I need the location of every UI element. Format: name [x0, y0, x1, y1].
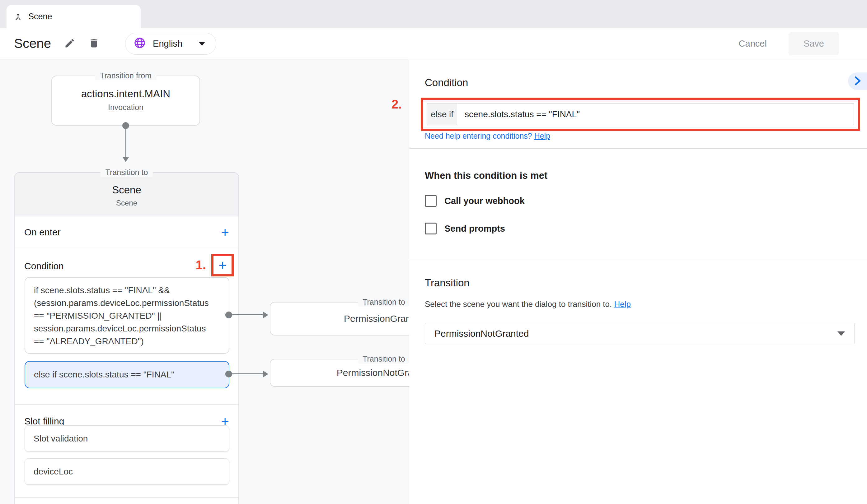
- transition-scene-select[interactable]: PermissionNotGranted: [425, 323, 855, 344]
- condition-label: Condition: [24, 261, 64, 272]
- scene-merge-icon: [13, 12, 23, 21]
- send-prompts-checkbox-row: Send prompts: [425, 223, 505, 234]
- send-prompts-label: Send prompts: [445, 223, 505, 234]
- condition-help-line: Need help entering conditions? Help: [425, 132, 550, 141]
- condition-detail-panel: Condition else if Need help entering con…: [409, 59, 867, 504]
- language-label: English: [153, 39, 182, 49]
- tab-bar: Scene: [0, 0, 867, 28]
- scene-node-header[interactable]: Scene Scene: [15, 173, 238, 216]
- on-enter-label: On enter: [24, 227, 61, 238]
- panel-divider: [409, 148, 867, 149]
- annotation-box-condition-editor: else if: [421, 98, 860, 131]
- transition-from-legend: Transition from: [95, 71, 157, 80]
- collapse-panel-button[interactable]: [848, 73, 867, 90]
- help-text: Need help entering conditions?: [425, 132, 532, 140]
- chevron-right-icon: [854, 76, 862, 86]
- globe-icon: [133, 37, 146, 51]
- language-selector[interactable]: English: [125, 33, 216, 55]
- target-node-permission-granted[interactable]: Transition to PermissionGranted: [270, 302, 409, 336]
- slot-card-validation[interactable]: Slot validation: [24, 425, 229, 452]
- slot-filling-label: Slot filling: [24, 416, 64, 427]
- dropdown-caret-icon: [837, 331, 845, 336]
- when-condition-met-heading: When this condition is met: [425, 170, 547, 181]
- invocation-intent-name: actions.intent.MAIN: [52, 88, 200, 100]
- connector-dot: [122, 122, 129, 129]
- condition-card-else-if-selected[interactable]: else if scene.slots.status == "FINAL": [24, 361, 229, 388]
- scene-node-subtitle: Scene: [15, 199, 238, 207]
- invocation-subtitle: Invocation: [52, 103, 200, 112]
- trash-icon: [88, 37, 99, 50]
- annotation-step-2: 2.: [392, 97, 402, 111]
- connector-dot: [225, 311, 232, 318]
- connector-dot: [225, 371, 232, 377]
- add-condition-button[interactable]: +: [218, 259, 226, 272]
- on-enter-section: On enter +: [15, 216, 238, 248]
- invocation-node[interactable]: Transition from actions.intent.MAIN Invo…: [51, 76, 200, 125]
- transition-description-text: Select the scene you want the dialog to …: [425, 299, 612, 309]
- save-button[interactable]: Save: [789, 32, 839, 55]
- scene-node: Transition to Scene Scene On enter + Con…: [14, 172, 239, 504]
- transition-to-legend: Transition to: [357, 297, 409, 307]
- page-title: Scene: [14, 36, 51, 51]
- plus-icon: +: [218, 258, 226, 273]
- pencil-icon: [64, 37, 75, 50]
- target-scene-name: PermissionGranted: [270, 303, 409, 335]
- delete-scene-button[interactable]: [88, 37, 99, 50]
- call-webhook-checkbox[interactable]: [425, 195, 437, 207]
- transition-to-legend: Transition to: [100, 168, 153, 177]
- tab-scene[interactable]: Scene: [7, 5, 141, 28]
- transition-description: Select the scene you want the dialog to …: [425, 299, 631, 309]
- header: Scene English Cancel Save: [0, 28, 867, 59]
- scene-flow-canvas: Transition from actions.intent.MAIN Invo…: [0, 59, 409, 504]
- arrow-right-icon: [263, 371, 268, 377]
- actions-console-app: Scene Scene English Cancel: [0, 0, 867, 504]
- transition-heading: Transition: [425, 277, 470, 289]
- tab-label: Scene: [28, 12, 52, 21]
- condition-keyword-cell: else if: [427, 103, 457, 125]
- arrow-right-icon: [263, 311, 268, 318]
- annotation-box-add-condition: +: [211, 254, 234, 276]
- cancel-button[interactable]: Cancel: [729, 33, 776, 54]
- condition-card-if[interactable]: if scene.slots.status == "FINAL" && (ses…: [24, 277, 229, 354]
- arrow-down-icon: [122, 157, 129, 162]
- connector-line: [229, 314, 264, 315]
- edit-scene-button[interactable]: [64, 37, 75, 50]
- webhook-checkbox-row: Call your webhook: [425, 195, 525, 207]
- add-on-enter-button[interactable]: +: [221, 226, 229, 239]
- condition-expression-input[interactable]: [457, 103, 854, 125]
- connector-line: [229, 373, 264, 374]
- connector-line: [126, 125, 126, 157]
- main-area: Transition from actions.intent.MAIN Invo…: [0, 59, 867, 504]
- transition-scene-value: PermissionNotGranted: [435, 328, 837, 339]
- transition-help-link[interactable]: Help: [614, 299, 631, 309]
- annotation-step-1: 1.: [196, 258, 206, 272]
- send-prompts-checkbox[interactable]: [425, 223, 437, 234]
- panel-divider: [409, 259, 867, 259]
- section-divider: [15, 497, 238, 498]
- transition-to-legend: Transition to: [357, 354, 409, 363]
- target-node-permission-not-granted[interactable]: Transition to PermissionNotGranted: [270, 359, 409, 387]
- chevron-down-icon: [199, 42, 205, 46]
- slot-card-deviceloc[interactable]: deviceLoc: [24, 458, 229, 485]
- plus-icon: +: [221, 224, 229, 240]
- condition-heading: Condition: [425, 77, 468, 89]
- call-webhook-label: Call your webhook: [445, 196, 525, 206]
- condition-help-link[interactable]: Help: [534, 132, 550, 140]
